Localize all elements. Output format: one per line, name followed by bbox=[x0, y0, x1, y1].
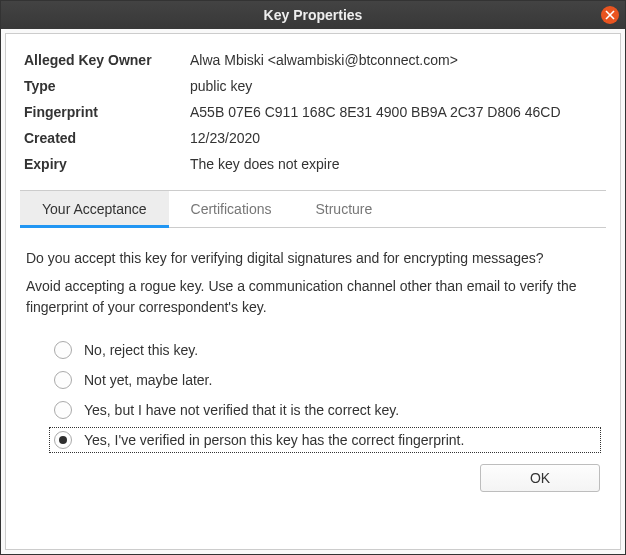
acceptance-advice: Avoid accepting a rogue key. Use a commu… bbox=[26, 276, 600, 318]
properties-table: Alleged Key Owner Alwa Mbiski <alwambisk… bbox=[20, 52, 606, 172]
owner-label: Alleged Key Owner bbox=[20, 52, 190, 68]
window-title: Key Properties bbox=[1, 7, 625, 23]
tab-bar: Your Acceptance Certifications Structure bbox=[20, 190, 606, 228]
radio-icon bbox=[54, 431, 72, 449]
dialog-footer: OK bbox=[26, 452, 600, 492]
ok-button[interactable]: OK bbox=[480, 464, 600, 492]
expiry-label: Expiry bbox=[20, 156, 190, 172]
type-label: Type bbox=[20, 78, 190, 94]
type-value: public key bbox=[190, 78, 606, 94]
titlebar: Key Properties bbox=[1, 1, 625, 29]
fingerprint-label: Fingerprint bbox=[20, 104, 190, 120]
created-label: Created bbox=[20, 130, 190, 146]
radio-reject[interactable]: No, reject this key. bbox=[50, 338, 600, 362]
close-icon bbox=[605, 10, 615, 20]
radio-label: Yes, but I have not verified that it is … bbox=[84, 402, 399, 418]
close-button[interactable] bbox=[601, 6, 619, 24]
acceptance-tab-body: Do you accept this key for verifying dig… bbox=[20, 228, 606, 535]
radio-label: Not yet, maybe later. bbox=[84, 372, 212, 388]
radio-verified[interactable]: Yes, I've verified in person this key ha… bbox=[50, 428, 600, 452]
radio-label: No, reject this key. bbox=[84, 342, 198, 358]
expiry-value: The key does not expire bbox=[190, 156, 606, 172]
radio-icon bbox=[54, 401, 72, 419]
radio-icon bbox=[54, 341, 72, 359]
radio-later[interactable]: Not yet, maybe later. bbox=[50, 368, 600, 392]
radio-label: Yes, I've verified in person this key ha… bbox=[84, 432, 464, 448]
fingerprint-value: A55B 07E6 C911 168C 8E31 4900 BB9A 2C37 … bbox=[190, 104, 606, 120]
acceptance-radio-group: No, reject this key. Not yet, maybe late… bbox=[26, 338, 600, 452]
owner-value: Alwa Mbiski <alwambiski@btconnect.com> bbox=[190, 52, 606, 68]
radio-icon bbox=[54, 371, 72, 389]
radio-unverified[interactable]: Yes, but I have not verified that it is … bbox=[50, 398, 600, 422]
tab-certifications[interactable]: Certifications bbox=[169, 191, 294, 227]
content-area: Alleged Key Owner Alwa Mbiski <alwambisk… bbox=[5, 33, 621, 550]
acceptance-question: Do you accept this key for verifying dig… bbox=[26, 250, 600, 266]
tab-structure[interactable]: Structure bbox=[293, 191, 394, 227]
key-properties-window: Key Properties Alleged Key Owner Alwa Mb… bbox=[0, 0, 626, 555]
created-value: 12/23/2020 bbox=[190, 130, 606, 146]
tab-your-acceptance[interactable]: Your Acceptance bbox=[20, 191, 169, 227]
